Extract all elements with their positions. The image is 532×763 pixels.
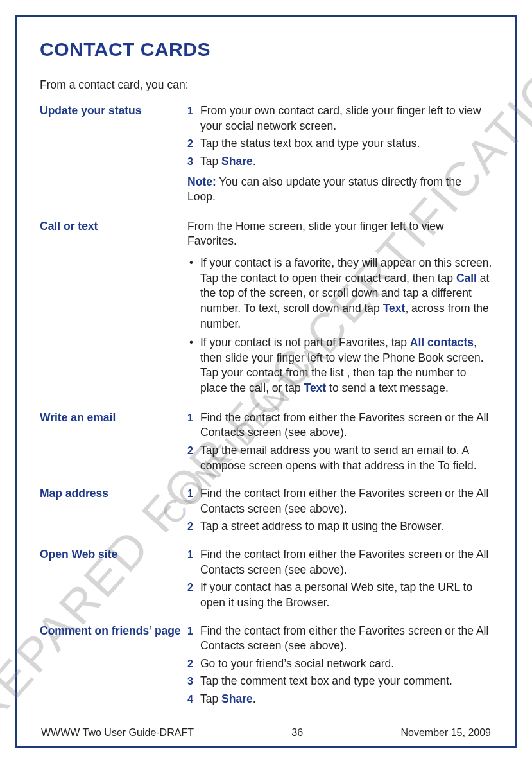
section-write-email: Write an email Find the contact from eit… [40,410,492,477]
steps-map: Find the contact from either the Favorit… [187,486,492,534]
text: If your contact is not part of Favorites… [200,336,410,349]
step: If your contact has a personal Web site,… [187,580,492,610]
keyword-all-contacts: All contacts [410,336,474,349]
keyword-text: Text [383,302,406,315]
text: If your contact is a favorite, they will… [200,256,492,285]
step: Tap Share. [187,692,492,707]
bullet: If your contact is not part of Favorites… [187,335,492,396]
body-comment: Find the contact from either the Favorit… [187,624,492,710]
lead-text: From the Home screen, slide your finger … [187,219,492,249]
label-open-website: Open Web site [40,547,187,563]
label-write-email: Write an email [40,410,187,426]
step: Tap a street address to map it using the… [187,519,492,534]
footer: WWWW Two User Guide-DRAFT 36 November 15… [40,727,492,740]
section-comment: Comment on friends’ page Find the contac… [40,624,492,710]
bullets-call: If your contact is a favorite, they will… [187,256,492,396]
page-title: CONTACT CARDS [40,39,492,60]
step: Tap the email address you want to send a… [187,443,492,473]
section-update-status: Update your status From your own contact… [40,103,492,209]
note: Note: You can also update your status di… [187,175,492,205]
intro-text: From a contact card, you can: [40,78,492,92]
body-update-status: From your own contact card, slide your f… [187,103,492,209]
step: Tap the comment text box and type your c… [187,674,492,689]
keyword-call: Call [456,272,477,285]
section-open-website: Open Web site Find the contact from eith… [40,547,492,613]
content: CONTACT CARDS From a contact card, you c… [40,39,492,727]
step: Find the contact from either the Favorit… [187,486,492,516]
footer-date: November 15, 2009 [400,727,491,739]
step: From your own contact card, slide your f… [187,103,492,134]
label-comment: Comment on friends’ page [40,624,187,639]
section-call-text: Call or text From the Home screen, slide… [40,219,492,400]
label-map-address: Map address [40,486,187,502]
label-call-text: Call or text [40,219,187,234]
keyword-share: Share [221,155,253,168]
step: Tap the status text box and type your st… [187,136,492,152]
text: Tap [200,155,221,168]
footer-page-number: 36 [291,727,303,739]
page-frame: CONTACT CARDS From a contact card, you c… [15,15,517,748]
steps-update: From your own contact card, slide your f… [187,103,492,170]
keyword-text: Text [304,382,326,394]
section-map-address: Map address Find the contact from either… [40,486,492,537]
body-write-email: Find the contact from either the Favorit… [187,410,492,477]
text: . [253,692,256,705]
footer-left: WWWW Two User Guide-DRAFT [41,727,194,739]
label-update-status: Update your status [40,103,187,119]
text: . [253,155,256,168]
keyword-share: Share [221,692,253,705]
text: to send a text message. [326,382,449,394]
step: Tap Share. [187,154,492,170]
steps-comment: Find the contact from either the Favorit… [187,624,492,707]
body-open-website: Find the contact from either the Favorit… [187,547,492,613]
body-call-text: From the Home screen, slide your finger … [187,219,492,400]
steps-web: Find the contact from either the Favorit… [187,547,492,611]
page: PREPARED FOR FCC CERTIFICATION CONFIDENT… [0,0,532,763]
step: Find the contact from either the Favorit… [187,547,492,577]
note-text: You can also update your status directly… [187,175,461,204]
bullet: If your contact is a favorite, they will… [187,256,492,331]
body-map-address: Find the contact from either the Favorit… [187,486,492,537]
step: Find the contact from either the Favorit… [187,410,492,441]
text: Tap [200,692,221,705]
note-label: Note: [187,175,216,188]
step: Go to your friend’s social network card. [187,656,492,672]
steps-email: Find the contact from either the Favorit… [187,410,492,474]
step: Find the contact from either the Favorit… [187,624,492,654]
